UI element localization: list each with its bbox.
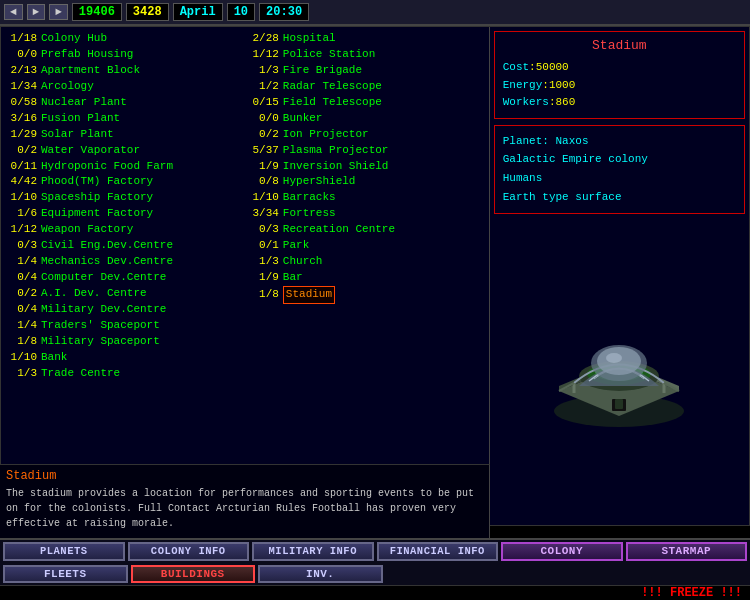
building-count: 0/11 (7, 159, 37, 175)
building-name[interactable]: Plasma Projector (283, 143, 389, 159)
freeze-text: !!! FREEZE !!! (641, 586, 742, 600)
building-name[interactable]: Fusion Plant (41, 111, 120, 127)
building-name[interactable]: HyperShield (283, 174, 356, 190)
list-item[interactable]: 1/29Solar Plant (7, 127, 241, 143)
building-name[interactable]: Mechanics Dev.Centre (41, 254, 173, 270)
fleets-button[interactable]: FLEETS (3, 565, 128, 584)
building-count: 1/9 (249, 159, 279, 175)
building-name[interactable]: Phood(TM) Factory (41, 174, 153, 190)
starmap-button[interactable]: STARMAP (626, 542, 748, 561)
list-item[interactable]: 1/10Spaceship Factory (7, 190, 241, 206)
list-item[interactable]: 0/0Bunker (249, 111, 483, 127)
building-name[interactable]: Nuclear Plant (41, 95, 127, 111)
building-count: 0/2 (7, 143, 37, 159)
building-name[interactable]: Weapon Factory (41, 222, 133, 238)
building-name[interactable]: Bunker (283, 111, 323, 127)
list-item[interactable]: 1/8Military Spaceport (7, 334, 241, 350)
building-name[interactable]: Fire Brigade (283, 63, 362, 79)
list-item[interactable]: 1/10Bank (7, 350, 241, 366)
building-name[interactable]: Prefab Housing (41, 47, 133, 63)
list-item[interactable]: 1/3Trade Centre (7, 366, 241, 382)
building-name[interactable]: Barracks (283, 190, 336, 206)
list-item[interactable]: 0/0Prefab Housing (7, 47, 241, 63)
list-item[interactable]: 0/3Recreation Centre (249, 222, 483, 238)
building-name[interactable]: Park (283, 238, 309, 254)
building-name[interactable]: Water Vaporator (41, 143, 140, 159)
building-count: 1/10 (7, 350, 37, 366)
building-name[interactable]: Trade Centre (41, 366, 120, 382)
list-item[interactable]: 1/10Barracks (249, 190, 483, 206)
list-item[interactable]: 4/42Phood(TM) Factory (7, 174, 241, 190)
building-name[interactable]: Ion Projector (283, 127, 369, 143)
building-name[interactable]: Arcology (41, 79, 94, 95)
topbar-btn2[interactable]: ► (27, 4, 46, 20)
list-item[interactable]: 1/12Police Station (249, 47, 483, 63)
planets-button[interactable]: PLANETS (3, 542, 125, 561)
building-name[interactable]: Spaceship Factory (41, 190, 153, 206)
building-name[interactable]: Radar Telescope (283, 79, 382, 95)
building-name[interactable]: Military Spaceport (41, 334, 160, 350)
list-item[interactable]: 0/2Water Vaporator (7, 143, 241, 159)
svg-rect-15 (615, 399, 623, 409)
building-count: 1/29 (7, 127, 37, 143)
list-item[interactable]: 1/8Stadium (249, 286, 483, 304)
list-item[interactable]: 0/1Park (249, 238, 483, 254)
colony-button[interactable]: COLONY (501, 542, 623, 561)
list-item[interactable]: 1/9Inversion Shield (249, 159, 483, 175)
list-item[interactable]: 0/4Computer Dev.Centre (7, 270, 241, 286)
planet-name-line: Planet: Naxos (503, 132, 736, 151)
building-name[interactable]: Military Dev.Centre (41, 302, 166, 318)
list-item[interactable]: 0/2Ion Projector (249, 127, 483, 143)
list-item[interactable]: 0/2A.I. Dev. Centre (7, 286, 241, 302)
list-item[interactable]: 1/12Weapon Factory (7, 222, 241, 238)
list-item[interactable]: 3/16Fusion Plant (7, 111, 241, 127)
building-name[interactable]: Colony Hub (41, 31, 107, 47)
inv-button[interactable]: INV. (258, 565, 383, 584)
list-item[interactable]: 0/11Hydroponic Food Farm (7, 159, 241, 175)
building-name[interactable]: Computer Dev.Centre (41, 270, 166, 286)
building-name[interactable]: Equipment Factory (41, 206, 153, 222)
financial-info-button[interactable]: FINANCIAL INFO (377, 542, 499, 561)
building-name[interactable]: Police Station (283, 47, 375, 63)
building-name[interactable]: Church (283, 254, 323, 270)
building-name[interactable]: Traders' Spaceport (41, 318, 160, 334)
list-item[interactable]: 1/9Bar (249, 270, 483, 286)
list-item[interactable]: 1/4Traders' Spaceport (7, 318, 241, 334)
building-name[interactable]: A.I. Dev. Centre (41, 286, 147, 302)
list-item[interactable]: 0/4Military Dev.Centre (7, 302, 241, 318)
building-name[interactable]: Field Telescope (283, 95, 382, 111)
building-name[interactable]: Hydroponic Food Farm (41, 159, 173, 175)
military-info-button[interactable]: MILITARY INFO (252, 542, 374, 561)
building-name[interactable]: Bank (41, 350, 67, 366)
building-name[interactable]: Bar (283, 270, 303, 286)
topbar-btn1[interactable]: ◄ (4, 4, 23, 20)
list-item[interactable]: 0/8HyperShield (249, 174, 483, 190)
colony-info-button[interactable]: COLONY INFO (128, 542, 250, 561)
building-count: 1/12 (7, 222, 37, 238)
list-item[interactable]: 1/34Arcology (7, 79, 241, 95)
list-item[interactable]: 1/2Radar Telescope (249, 79, 483, 95)
topbar-btn3[interactable]: ► (49, 4, 68, 20)
list-item[interactable]: 1/3Church (249, 254, 483, 270)
list-item[interactable]: 0/3Civil Eng.Dev.Centre (7, 238, 241, 254)
list-item[interactable]: 1/3Fire Brigade (249, 63, 483, 79)
building-name[interactable]: Inversion Shield (283, 159, 389, 175)
building-name[interactable]: Solar Plant (41, 127, 114, 143)
building-name[interactable]: Apartment Block (41, 63, 140, 79)
building-name[interactable]: Fortress (283, 206, 336, 222)
buildings-button[interactable]: BUILDINGS (131, 565, 256, 584)
list-item[interactable]: 1/4Mechanics Dev.Centre (7, 254, 241, 270)
list-item[interactable]: 1/18Colony Hub (7, 31, 241, 47)
stadium-graphic (539, 311, 699, 431)
building-name[interactable]: Civil Eng.Dev.Centre (41, 238, 173, 254)
list-item[interactable]: 0/15Field Telescope (249, 95, 483, 111)
list-item[interactable]: 2/28Hospital (249, 31, 483, 47)
building-name[interactable]: Stadium (283, 286, 335, 304)
list-item[interactable]: 3/34Fortress (249, 206, 483, 222)
building-name[interactable]: Hospital (283, 31, 336, 47)
list-item[interactable]: 1/6Equipment Factory (7, 206, 241, 222)
list-item[interactable]: 5/37Plasma Projector (249, 143, 483, 159)
building-name[interactable]: Recreation Centre (283, 222, 395, 238)
list-item[interactable]: 0/58Nuclear Plant (7, 95, 241, 111)
list-item[interactable]: 2/13Apartment Block (7, 63, 241, 79)
